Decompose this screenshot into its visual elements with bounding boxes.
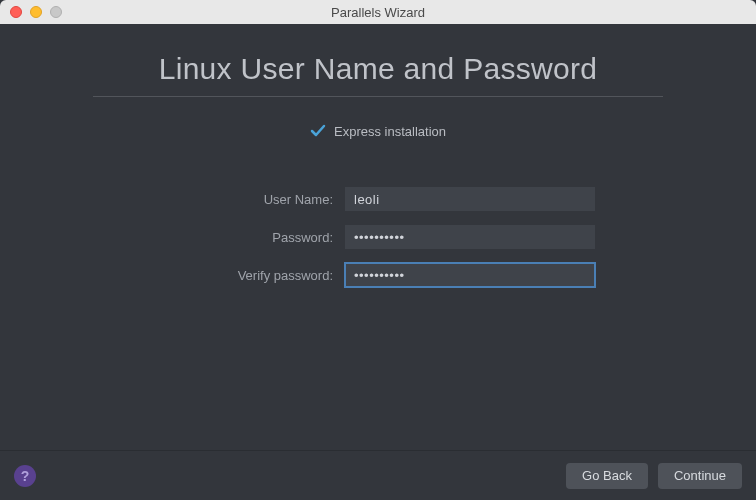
username-input[interactable] [345,187,595,211]
password-input[interactable] [345,225,595,249]
form: User Name: Password: Verify password: [161,187,595,287]
window: Parallels Wizard Linux User Name and Pas… [0,0,756,500]
divider [93,96,663,97]
page-title: Linux User Name and Password [159,52,598,86]
verify-password-row: Verify password: [161,263,595,287]
window-title: Parallels Wizard [0,5,756,20]
zoom-icon [50,6,62,18]
verify-password-input[interactable] [345,263,595,287]
continue-button[interactable]: Continue [658,463,742,489]
checkmark-icon[interactable] [310,123,326,139]
username-row: User Name: [161,187,595,211]
footer: ? Go Back Continue [0,450,756,500]
express-checkbox-row[interactable]: Express installation [310,123,446,139]
username-label: User Name: [161,192,333,207]
verify-password-label: Verify password: [161,268,333,283]
close-icon[interactable] [10,6,22,18]
content: Linux User Name and Password Express ins… [0,24,756,450]
minimize-icon[interactable] [30,6,42,18]
help-icon: ? [21,468,30,484]
help-button[interactable]: ? [14,465,36,487]
traffic-lights [0,6,62,18]
titlebar: Parallels Wizard [0,0,756,24]
go-back-button[interactable]: Go Back [566,463,648,489]
password-row: Password: [161,225,595,249]
password-label: Password: [161,230,333,245]
express-label: Express installation [334,124,446,139]
